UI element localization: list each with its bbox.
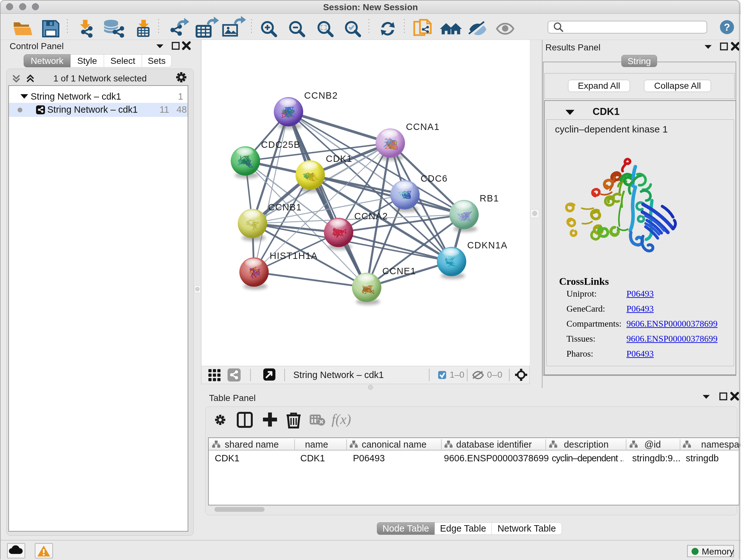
svg-text:canonical name: canonical name <box>361 439 426 449</box>
svg-text:CDK1: CDK1 <box>326 153 352 164</box>
svg-text:CDC25B: CDC25B <box>261 139 300 150</box>
svg-text:description: description <box>564 439 609 449</box>
svg-text:1 – 0: 1 – 0 <box>450 370 464 380</box>
svg-text:database identifier: database identifier <box>456 439 532 449</box>
svg-text:CCNA2: CCNA2 <box>354 211 388 221</box>
svg-text:CDC6: CDC6 <box>421 173 448 184</box>
svg-text:CCNB2: CCNB2 <box>304 90 338 101</box>
svg-text:HIST1H1A: HIST1H1A <box>270 251 318 261</box>
svg-text:CCNA1: CCNA1 <box>406 122 440 132</box>
svg-text:String Network – cdk1: String Network – cdk1 <box>293 370 384 380</box>
svg-text:CCNB1: CCNB1 <box>268 202 302 212</box>
svg-text:RB1: RB1 <box>480 193 499 203</box>
svg-text:namespac: namespac <box>701 439 740 449</box>
svg-text:CDKN1A: CDKN1A <box>467 240 508 250</box>
svg-text:name: name <box>305 439 328 449</box>
svg-text:shared name: shared name <box>225 439 279 449</box>
svg-text:0 – 0: 0 – 0 <box>487 370 502 380</box>
svg-text:CCNE1: CCNE1 <box>382 266 416 276</box>
svg-text:@id: @id <box>644 439 661 449</box>
svg-text:f(x): f(x) <box>332 412 351 427</box>
